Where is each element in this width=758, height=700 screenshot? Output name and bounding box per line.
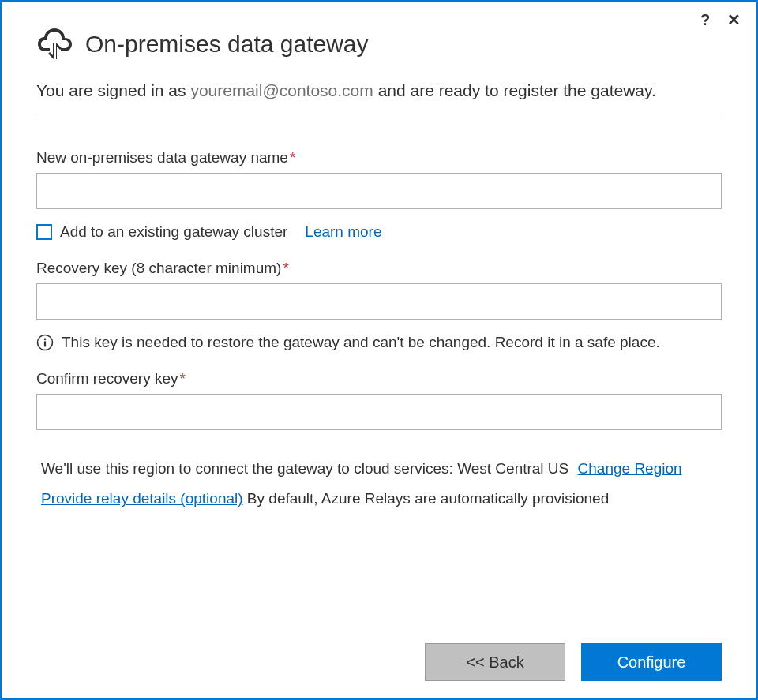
required-marker: * — [290, 149, 295, 167]
recovery-key-label-text: Recovery key (8 character minimum) — [36, 260, 281, 277]
status-after: and are ready to register the gateway. — [373, 81, 656, 99]
signed-in-status: You are signed in as youremail@contoso.c… — [36, 79, 722, 114]
add-to-cluster-label: Add to an existing gateway cluster — [60, 223, 287, 241]
svg-rect-2 — [44, 342, 46, 347]
required-marker: * — [180, 370, 186, 387]
header: On-premises data gateway — [36, 25, 722, 63]
info-icon — [36, 334, 54, 351]
configure-button[interactable]: Configure — [581, 643, 722, 681]
cloud-arrows-icon — [36, 25, 74, 63]
confirm-key-label: Confirm recovery key* — [36, 370, 722, 387]
recovery-key-label: Recovery key (8 character minimum)* — [36, 260, 722, 277]
confirm-key-input[interactable] — [36, 394, 722, 430]
learn-more-link[interactable]: Learn more — [305, 223, 381, 241]
gateway-name-label: New on-premises data gateway name* — [36, 149, 722, 167]
recovery-key-info-text: This key is needed to restore the gatewa… — [62, 334, 660, 351]
help-icon[interactable]: ? — [696, 11, 714, 28]
svg-point-1 — [44, 339, 47, 341]
relay-default-text: By default, Azure Relays are automatical… — [243, 490, 610, 507]
user-email: youremail@contoso.com — [190, 81, 373, 99]
change-region-link[interactable]: Change Region — [578, 460, 682, 477]
confirm-key-label-text: Confirm recovery key — [36, 370, 178, 387]
recovery-key-info: This key is needed to restore the gatewa… — [36, 334, 722, 351]
required-marker: * — [283, 260, 288, 277]
page-title: On-premises data gateway — [85, 31, 369, 58]
close-icon[interactable]: ✕ — [725, 11, 742, 28]
back-button[interactable]: << Back — [425, 643, 565, 681]
status-before: You are signed in as — [36, 81, 190, 99]
provide-relay-link[interactable]: Provide relay details (optional) — [41, 490, 243, 507]
recovery-key-input[interactable] — [36, 283, 722, 320]
region-text: We'll use this region to connect the gat… — [41, 460, 457, 477]
add-to-cluster-checkbox[interactable] — [36, 224, 52, 240]
gateway-name-label-text: New on-premises data gateway name — [36, 149, 288, 167]
region-name: West Central US — [457, 460, 568, 477]
gateway-name-input[interactable] — [36, 173, 722, 209]
